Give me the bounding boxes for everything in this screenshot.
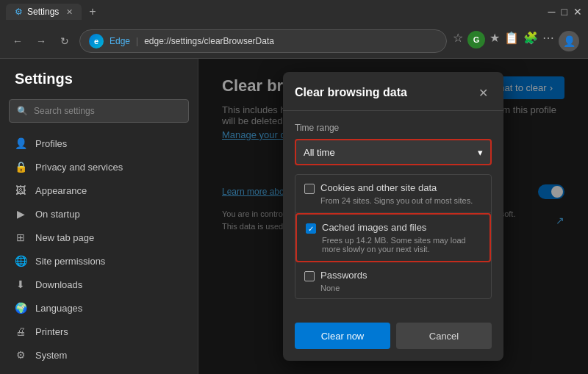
dialog-header: Clear browsing data ✕ <box>283 72 503 111</box>
sidebar-item-label: Languages <box>35 303 82 314</box>
search-placeholder: Search settings <box>34 106 95 116</box>
time-range-label: Time range <box>295 123 492 133</box>
sidebar-item-reset[interactable]: ↺ Reset settings <box>0 367 198 374</box>
content-area: Clear browsing data This includes histor… <box>198 59 588 374</box>
cookies-item: Cookies and other site data From 24 site… <box>295 175 491 213</box>
cookies-desc: From 24 sites. Signs you out of most sit… <box>304 196 482 205</box>
user-avatar[interactable]: 👤 <box>559 31 579 51</box>
dialog-close-button[interactable]: ✕ <box>474 84 492 101</box>
languages-icon: 🌍 <box>15 302 26 314</box>
clear-now-button[interactable]: Clear now <box>295 323 390 349</box>
sidebar-item-startup[interactable]: ▶ On startup <box>0 202 198 226</box>
edge-logo-letter: e <box>94 37 98 46</box>
passwords-checkbox[interactable] <box>304 271 315 281</box>
title-tab[interactable]: ⚙ Settings ✕ <box>6 4 82 20</box>
main-layout: Settings 🔍 Search settings 👤 Profiles 🔒 … <box>0 59 588 374</box>
title-bar-left: ⚙ Settings ✕ + <box>6 4 96 20</box>
edge-logo: e <box>89 34 104 48</box>
browser-chrome: ← → ↻ e Edge | edge://settings/clearBrow… <box>0 24 588 59</box>
edge-label: Edge <box>110 36 130 46</box>
dialog-overlay: Clear browsing data ✕ Time range All tim… <box>198 59 588 374</box>
clear-browsing-data-dialog: Clear browsing data ✕ Time range All tim… <box>283 72 503 361</box>
sidebar-item-profiles[interactable]: 👤 Profiles <box>0 132 198 155</box>
forward-icon: → <box>36 35 46 47</box>
sidebar-item-downloads[interactable]: ⬇ Downloads <box>0 273 198 296</box>
system-icon: ⚙ <box>15 349 26 361</box>
maximize-icon[interactable]: □ <box>562 6 567 18</box>
passwords-row: Passwords <box>304 270 482 281</box>
back-icon: ← <box>12 35 23 47</box>
avatar-icon: 👤 <box>563 35 576 47</box>
cache-label: Cached images and files <box>322 222 426 233</box>
back-button[interactable]: ← <box>9 32 26 50</box>
newtab-icon: ⊞ <box>15 231 26 243</box>
sidebar-item-label: On startup <box>35 209 80 220</box>
sidebar-item-label: Downloads <box>35 279 82 290</box>
printers-icon: 🖨 <box>15 326 26 337</box>
forward-button[interactable]: → <box>32 32 50 50</box>
time-range-value: All time <box>304 147 335 158</box>
appearance-icon: 🖼 <box>15 184 26 196</box>
sidebar-item-languages[interactable]: 🌍 Languages <box>0 296 198 320</box>
sidebar-item-privacy[interactable]: 🔒 Privacy and services <box>0 155 198 179</box>
sidebar-item-label: Privacy and services <box>35 162 123 173</box>
address-bar[interactable]: e Edge | edge://settings/clearBrowserDat… <box>79 29 447 53</box>
cache-row: ✓ Cached images and files <box>306 222 481 234</box>
passwords-desc: None <box>304 284 482 292</box>
cookies-checkbox[interactable] <box>304 184 315 194</box>
cookies-label: Cookies and other site data <box>320 182 437 193</box>
search-box[interactable]: 🔍 Search settings <box>9 99 189 123</box>
refresh-button[interactable]: ↻ <box>56 32 74 50</box>
title-bar: ⚙ Settings ✕ + ─ □ ✕ <box>0 0 588 24</box>
sidebar-item-printers[interactable]: 🖨 Printers <box>0 320 198 343</box>
permissions-icon: 🌐 <box>15 255 26 267</box>
passwords-item: Passwords None <box>295 262 491 299</box>
cookies-row: Cookies and other site data <box>304 182 482 194</box>
close-icon[interactable]: ✕ <box>573 6 582 18</box>
tab-icon: ⚙ <box>15 7 23 17</box>
sidebar-item-label: Printers <box>35 326 68 337</box>
tab-label: Settings <box>27 7 59 17</box>
cache-checkbox[interactable]: ✓ <box>306 223 316 234</box>
downloads-icon: ⬇ <box>15 278 26 290</box>
tab-close-icon[interactable]: ✕ <box>66 7 73 17</box>
passwords-label: Passwords <box>320 270 368 281</box>
profile-icon[interactable]: G <box>467 31 485 48</box>
sidebar-item-permissions[interactable]: 🌐 Site permissions <box>0 249 198 273</box>
sidebar-item-label: New tab page <box>35 232 94 243</box>
refresh-icon: ↻ <box>60 35 69 47</box>
dialog-footer: Clear now Cancel <box>283 323 503 361</box>
browser-toolbar: ☆ G ★ 📋 🧩 ⋯ 👤 <box>453 31 579 51</box>
separator: | <box>136 36 138 46</box>
favorites-icon[interactable]: ★ <box>490 31 500 51</box>
sidebar-item-label: Site permissions <box>35 256 105 267</box>
dialog-title: Clear browsing data <box>295 86 407 99</box>
minimize-icon[interactable]: ─ <box>548 6 556 18</box>
sidebar-item-appearance[interactable]: 🖼 Appearance <box>0 179 198 202</box>
more-icon[interactable]: ⋯ <box>542 31 554 51</box>
startup-icon: ▶ <box>15 208 26 220</box>
checkbox-list: Cookies and other site data From 24 site… <box>295 174 492 299</box>
cache-item: ✓ Cached images and files Frees up 14.2 … <box>295 213 491 262</box>
sidebar: Settings 🔍 Search settings 👤 Profiles 🔒 … <box>0 59 198 374</box>
collections-icon[interactable]: 📋 <box>504 31 519 51</box>
star-icon[interactable]: ☆ <box>453 31 463 51</box>
privacy-icon: 🔒 <box>15 161 26 173</box>
extensions-icon[interactable]: 🧩 <box>523 31 538 51</box>
sidebar-item-newtab[interactable]: ⊞ New tab page <box>0 226 198 249</box>
sidebar-item-label: Appearance <box>35 185 87 196</box>
dialog-body: Time range All time ▾ Cookies and other … <box>283 111 503 323</box>
sidebar-item-label: Profiles <box>35 138 67 149</box>
sidebar-title: Settings <box>0 71 198 99</box>
sidebar-item-system[interactable]: ⚙ System <box>0 343 198 367</box>
profiles-icon: 👤 <box>15 137 26 149</box>
search-icon: 🔍 <box>17 106 28 116</box>
url-text: edge://settings/clearBrowserData <box>144 36 274 46</box>
dropdown-icon: ▾ <box>478 147 483 158</box>
cache-desc: Frees up 14.2 MB. Some sites may load mo… <box>306 236 481 253</box>
window-controls: ─ □ ✕ <box>548 6 582 18</box>
sidebar-item-label: System <box>35 350 67 361</box>
new-tab-icon[interactable]: + <box>89 5 96 18</box>
cancel-button[interactable]: Cancel <box>396 323 492 349</box>
time-range-select[interactable]: All time ▾ <box>295 139 492 165</box>
